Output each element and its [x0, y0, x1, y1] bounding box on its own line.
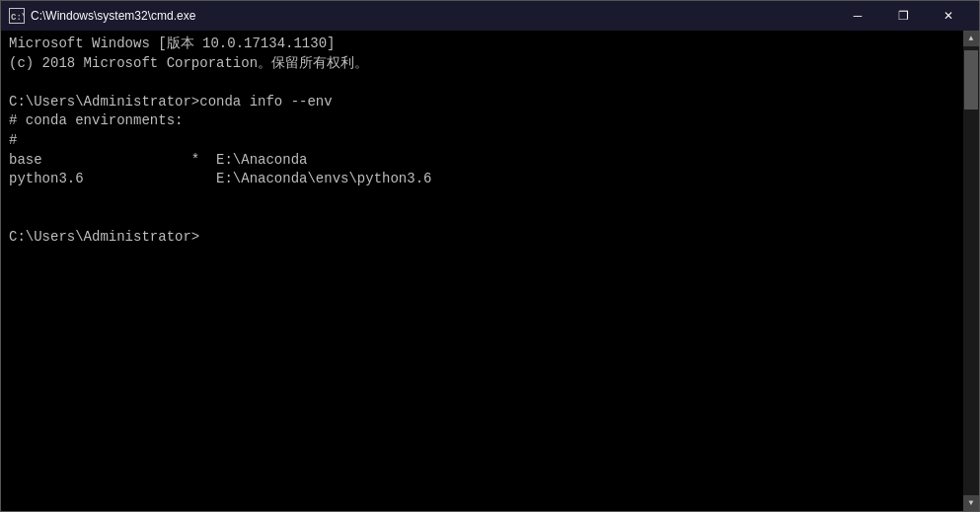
console-area[interactable]: Microsoft Windows [版本 10.0.17134.1130](c…: [1, 31, 979, 511]
console-line: python3.6 E:\Anaconda\envs\python3.6: [9, 170, 953, 189]
console-line: [9, 208, 953, 228]
svg-text:C:\: C:\: [11, 13, 24, 23]
minimize-button[interactable]: ─: [835, 1, 880, 31]
console-line: #: [9, 131, 953, 151]
cmd-icon: C:\: [9, 8, 25, 24]
console-line: C:\Users\Administrator>conda info --env: [9, 93, 953, 112]
console-line: [9, 73, 953, 93]
console-line: # conda environments:: [9, 111, 953, 131]
title-bar: C:\ C:\Windows\system32\cmd.exe ─ ❐ ✕: [1, 1, 979, 31]
scroll-up-arrow[interactable]: ▲: [963, 31, 979, 46]
scroll-down-arrow[interactable]: ▼: [963, 495, 979, 511]
window-title: C:\Windows\system32\cmd.exe: [31, 9, 835, 23]
cmd-window: C:\ C:\Windows\system32\cmd.exe ─ ❐ ✕ Mi…: [0, 0, 980, 512]
console-line: C:\Users\Administrator>: [9, 228, 953, 248]
scrollbar-track[interactable]: [963, 46, 979, 495]
close-button[interactable]: ✕: [926, 1, 971, 31]
console-line: [9, 189, 953, 209]
console-line: (c) 2018 Microsoft Corporation。保留所有权利。: [9, 54, 953, 74]
restore-button[interactable]: ❐: [880, 1, 926, 31]
window-controls: ─ ❐ ✕: [835, 1, 971, 31]
console-line: Microsoft Windows [版本 10.0.17134.1130]: [9, 35, 953, 54]
scrollbar[interactable]: ▲ ▼: [963, 31, 979, 511]
console-line: base * E:\Anaconda: [9, 151, 953, 171]
console-output: Microsoft Windows [版本 10.0.17134.1130](c…: [9, 35, 971, 248]
scrollbar-thumb[interactable]: [964, 50, 978, 110]
